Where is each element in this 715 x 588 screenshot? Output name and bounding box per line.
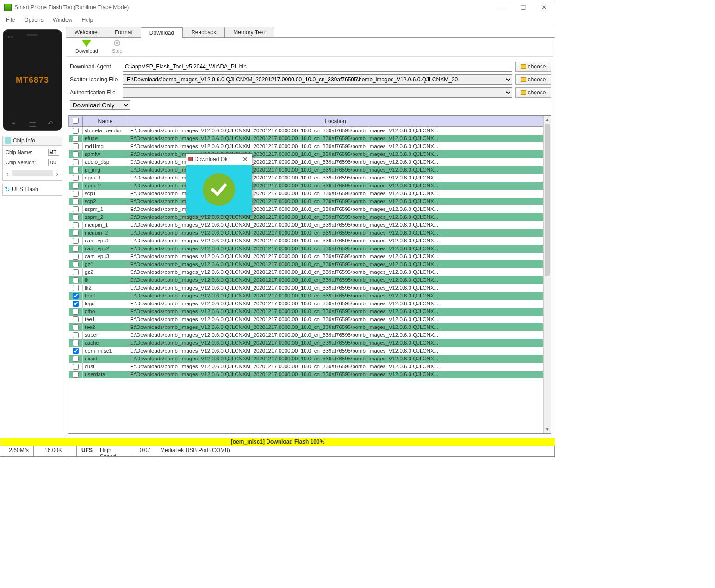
table-row[interactable]: cam_vpu1E:\Downloads\bomb_images_V12.0.6… xyxy=(69,237,543,245)
row-checkbox-cell[interactable] xyxy=(69,268,83,276)
scrollbar-track[interactable] xyxy=(544,123,551,426)
scatter-choose-button[interactable]: choose xyxy=(515,74,551,85)
table-row[interactable]: oem_misc1E:\Downloads\bomb_images_V12.0.… xyxy=(69,347,543,355)
row-checkbox-cell[interactable] xyxy=(69,158,83,166)
table-row[interactable]: sspm_2E:\Downloads\bomb_images_V12.0.6.0… xyxy=(69,213,543,221)
row-checkbox[interactable] xyxy=(73,356,79,362)
header-name[interactable]: Name xyxy=(83,116,128,127)
menu-window[interactable]: Window xyxy=(48,16,77,24)
table-row[interactable]: scp2E:\Downloads\bomb_images_V12.0.6.0.Q… xyxy=(69,198,543,205)
da-path-input[interactable] xyxy=(123,62,512,72)
close-button[interactable]: ✕ xyxy=(534,0,555,14)
row-checkbox[interactable] xyxy=(73,332,79,338)
row-checkbox-cell[interactable] xyxy=(69,371,83,378)
table-row[interactable]: cam_vpu2E:\Downloads\bomb_images_V12.0.6… xyxy=(69,245,543,253)
table-row[interactable]: lk2E:\Downloads\bomb_images_V12.0.6.0.QJ… xyxy=(69,284,543,292)
table-row[interactable]: md1imgE:\Downloads\bomb_images_V12.0.6.0… xyxy=(69,142,543,150)
row-checkbox-cell[interactable] xyxy=(69,347,83,355)
row-checkbox-cell[interactable] xyxy=(69,245,83,253)
row-checkbox-cell[interactable] xyxy=(69,135,83,142)
table-row[interactable]: audio_dspE:\Downloads\bomb_images_V12.0.… xyxy=(69,158,543,166)
row-checkbox[interactable] xyxy=(73,191,79,197)
table-row[interactable]: gz1E:\Downloads\bomb_images_V12.0.6.0.QJ… xyxy=(69,260,543,268)
download-button[interactable]: Download xyxy=(75,40,98,54)
table-row[interactable]: dpm_1E:\Downloads\bomb_images_V12.0.6.0.… xyxy=(69,174,543,182)
row-checkbox[interactable] xyxy=(73,230,79,236)
row-checkbox-cell[interactable] xyxy=(69,229,83,237)
table-row[interactable]: exaidE:\Downloads\bomb_images_V12.0.6.0.… xyxy=(69,355,543,363)
row-checkbox-cell[interactable] xyxy=(69,166,83,174)
row-checkbox[interactable] xyxy=(73,167,79,173)
chip-scrollbar[interactable] xyxy=(12,170,54,176)
table-row[interactable]: vbmeta_vendorE:\Downloads\bomb_images_V1… xyxy=(69,127,543,135)
row-checkbox-cell[interactable] xyxy=(69,363,83,371)
row-checkbox-cell[interactable] xyxy=(69,276,83,284)
row-checkbox-cell[interactable] xyxy=(69,300,83,308)
menu-help[interactable]: Help xyxy=(77,16,98,24)
tab-welcome[interactable]: Welcome xyxy=(66,27,106,37)
table-row[interactable]: tee2E:\Downloads\bomb_images_V12.0.6.0.Q… xyxy=(69,323,543,331)
table-row[interactable]: mcupm_2E:\Downloads\bomb_images_V12.0.6.… xyxy=(69,229,543,237)
row-checkbox[interactable] xyxy=(73,261,79,267)
scroll-up-button[interactable]: ▲ xyxy=(544,116,551,123)
row-checkbox-cell[interactable] xyxy=(69,190,83,198)
row-checkbox[interactable] xyxy=(73,301,79,307)
row-checkbox[interactable] xyxy=(73,246,79,252)
row-checkbox[interactable] xyxy=(73,128,79,134)
table-row[interactable]: dpm_2E:\Downloads\bomb_images_V12.0.6.0.… xyxy=(69,182,543,190)
row-checkbox-cell[interactable] xyxy=(69,292,83,300)
row-checkbox-cell[interactable] xyxy=(69,331,83,339)
table-row[interactable]: cam_vpu3E:\Downloads\bomb_images_V12.0.6… xyxy=(69,253,543,260)
table-row[interactable]: custE:\Downloads\bomb_images_V12.0.6.0.Q… xyxy=(69,363,543,371)
row-checkbox[interactable] xyxy=(73,151,79,157)
row-checkbox-cell[interactable] xyxy=(69,221,83,229)
header-location[interactable]: Location xyxy=(128,116,543,127)
row-checkbox-cell[interactable] xyxy=(69,174,83,182)
row-checkbox[interactable] xyxy=(73,309,79,315)
table-row[interactable]: mcupm_1E:\Downloads\bomb_images_V12.0.6.… xyxy=(69,221,543,229)
row-checkbox[interactable] xyxy=(73,175,79,181)
row-checkbox[interactable] xyxy=(73,254,79,260)
row-checkbox-cell[interactable] xyxy=(69,339,83,347)
table-row[interactable]: sspm_1E:\Downloads\bomb_images_V12.0.6.0… xyxy=(69,205,543,213)
dialog-close-button[interactable]: ✕ xyxy=(241,155,250,163)
table-row[interactable]: spmfwE:\Downloads\bomb_images_V12.0.6.0.… xyxy=(69,150,543,158)
row-checkbox[interactable] xyxy=(73,206,79,212)
select-all-checkbox[interactable] xyxy=(73,118,79,124)
row-checkbox[interactable] xyxy=(73,198,79,204)
tab-format[interactable]: Format xyxy=(106,27,141,37)
row-checkbox[interactable] xyxy=(73,159,79,165)
stop-button[interactable]: Stop xyxy=(112,40,123,54)
row-checkbox[interactable] xyxy=(73,238,79,244)
auth-choose-button[interactable]: choose xyxy=(515,87,551,98)
table-row[interactable]: lkE:\Downloads\bomb_images_V12.0.6.0.QJL… xyxy=(69,276,543,284)
row-checkbox-cell[interactable] xyxy=(69,253,83,260)
menu-file[interactable]: File xyxy=(1,16,19,24)
tab-memory-test[interactable]: Memory Test xyxy=(224,27,274,37)
row-checkbox[interactable] xyxy=(73,285,79,291)
row-checkbox[interactable] xyxy=(73,324,79,330)
row-checkbox-cell[interactable] xyxy=(69,284,83,292)
table-row[interactable]: gz2E:\Downloads\bomb_images_V12.0.6.0.QJ… xyxy=(69,268,543,276)
chip-version-field[interactable] xyxy=(48,159,59,166)
maximize-button[interactable]: ☐ xyxy=(512,0,534,14)
row-checkbox[interactable] xyxy=(73,316,79,322)
row-checkbox-cell[interactable] xyxy=(69,260,83,268)
row-checkbox-cell[interactable] xyxy=(69,150,83,158)
tab-readback[interactable]: Readback xyxy=(182,27,225,37)
row-checkbox[interactable] xyxy=(73,348,79,354)
scrollbar-thumb[interactable] xyxy=(545,124,550,276)
row-checkbox[interactable] xyxy=(73,183,79,189)
scatter-path-input[interactable]: E:\Downloads\bomb_images_V12.0.6.0.QJLCN… xyxy=(123,74,512,85)
row-checkbox-cell[interactable] xyxy=(69,142,83,150)
table-row[interactable]: pi_imgE:\Downloads\bomb_images_V12.0.6.0… xyxy=(69,166,543,174)
row-checkbox-cell[interactable] xyxy=(69,182,83,190)
table-row[interactable]: userdataE:\Downloads\bomb_images_V12.0.6… xyxy=(69,371,543,378)
row-checkbox[interactable] xyxy=(73,293,79,299)
da-choose-button[interactable]: choose xyxy=(515,62,551,72)
row-checkbox-cell[interactable] xyxy=(69,323,83,331)
row-checkbox-cell[interactable] xyxy=(69,205,83,213)
header-checkbox[interactable] xyxy=(69,116,83,127)
ufs-flash-button[interactable]: ↻ UFS Flash xyxy=(3,183,62,195)
row-checkbox-cell[interactable] xyxy=(69,355,83,363)
